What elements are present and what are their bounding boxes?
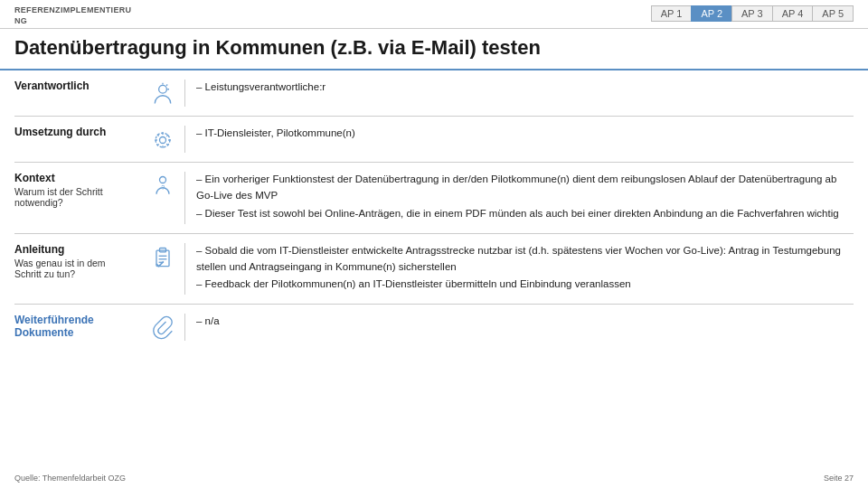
ap-item-3[interactable]: AP 3 (731, 5, 772, 22)
icon-weiterfuhrende (141, 314, 184, 341)
brand-text: REFERENZIMPLEMENTIERU NG (14, 5, 131, 26)
row-kontext: Kontext Warum ist der Schritt notwendig?… (14, 163, 854, 233)
footer: Quelle: Themenfeldarbeit OZG Seite 27 (14, 474, 854, 483)
svg-line-2 (166, 85, 167, 86)
footer-source: Quelle: Themenfeldarbeit OZG (14, 474, 126, 483)
ap-item-4[interactable]: AP 4 (772, 5, 813, 22)
content-anleitung: Sobald die vom IT-Dienstleister entwicke… (196, 243, 854, 295)
row-umsetzung: Umsetzung durch IT-Diensleister, Pilotko… (14, 117, 854, 163)
svg-text:?: ? (161, 184, 165, 191)
row-verantwortlich: Verantwortlich Leistungsverantwortliche:… (14, 70, 854, 117)
label-anleitung: Anleitung Was genau ist in dem Schritt z… (14, 243, 141, 279)
icon-anleitung (141, 243, 184, 270)
svg-rect-8 (156, 250, 169, 267)
header: REFERENZIMPLEMENTIERU NG AP 1 AP 2 AP 3 … (0, 0, 868, 29)
content-umsetzung: IT-Diensleister, Pilotkommune(n) (196, 126, 854, 144)
label-kontext: Kontext Warum ist der Schritt notwendig? (14, 172, 141, 208)
ap-item-5[interactable]: AP 5 (812, 5, 854, 22)
label-umsetzung: Umsetzung durch (14, 126, 141, 138)
label-weiterfuhrende: Weiterführende Dokumente (14, 314, 141, 339)
svg-point-4 (160, 137, 166, 144)
row-anleitung: Anleitung Was genau ist in dem Schritt z… (14, 234, 854, 305)
ap-navigation: AP 1 AP 2 AP 3 AP 4 AP 5 (651, 5, 854, 22)
main-content: Verantwortlich Leistungsverantwortliche:… (0, 70, 868, 350)
icon-verantwortlich (141, 80, 184, 107)
row-weiterfuhrende: Weiterführende Dokumente n/a (14, 305, 854, 350)
label-verantwortlich: Verantwortlich (14, 80, 141, 92)
svg-point-6 (160, 177, 166, 183)
ap-item-1[interactable]: AP 1 (651, 5, 692, 22)
content-verantwortlich: Leistungsverantwortliche:r (196, 80, 854, 98)
content-kontext: Ein vorheriger Funktionstest der Datenüb… (196, 172, 854, 223)
content-weiterfuhrende: n/a (196, 314, 854, 332)
page-title: Datenübertragung in Kommunen (z.B. via E… (0, 29, 868, 70)
icon-umsetzung (141, 126, 184, 153)
ap-item-2[interactable]: AP 2 (691, 5, 731, 22)
footer-page: Seite 27 (824, 474, 854, 483)
icon-kontext: ? (141, 172, 184, 199)
svg-point-0 (159, 86, 167, 94)
